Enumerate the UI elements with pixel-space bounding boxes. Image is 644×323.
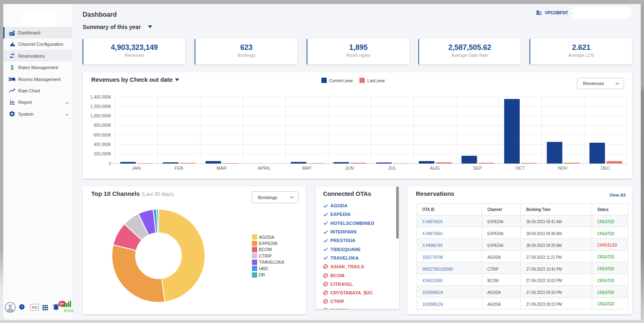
svg-text:1,400,000K: 1,400,000K — [90, 95, 111, 99]
svg-text:1,200,000K: 1,200,000K — [90, 104, 111, 109]
svg-text:DEC: DEC — [601, 166, 610, 170]
svg-text:NOV: NOV — [558, 166, 568, 170]
svg-text:JUL: JUL — [388, 166, 396, 170]
svg-text:1,000,000K: 1,000,000K — [90, 114, 111, 118]
svg-text:AUG: AUG — [430, 166, 440, 170]
svg-text:JAN: JAN — [132, 166, 141, 170]
svg-text:SEP: SEP — [473, 166, 482, 170]
svg-text:FEB: FEB — [175, 166, 183, 170]
svg-text:800,000K: 800,000K — [94, 123, 111, 128]
svg-text:200,000K: 200,000K — [94, 152, 111, 156]
svg-text:JUN: JUN — [345, 166, 354, 170]
svg-text:400,000K: 400,000K — [94, 142, 111, 147]
svg-text:APRIL: APRIL — [258, 166, 271, 170]
svg-text:MAY: MAY — [302, 166, 312, 170]
svg-text:0: 0 — [109, 162, 111, 166]
svg-text:MAR: MAR — [217, 166, 227, 170]
svg-text:?: ? — [21, 305, 23, 309]
svg-text:OCT: OCT — [515, 166, 525, 170]
svg-text:600,000K: 600,000K — [94, 133, 111, 137]
